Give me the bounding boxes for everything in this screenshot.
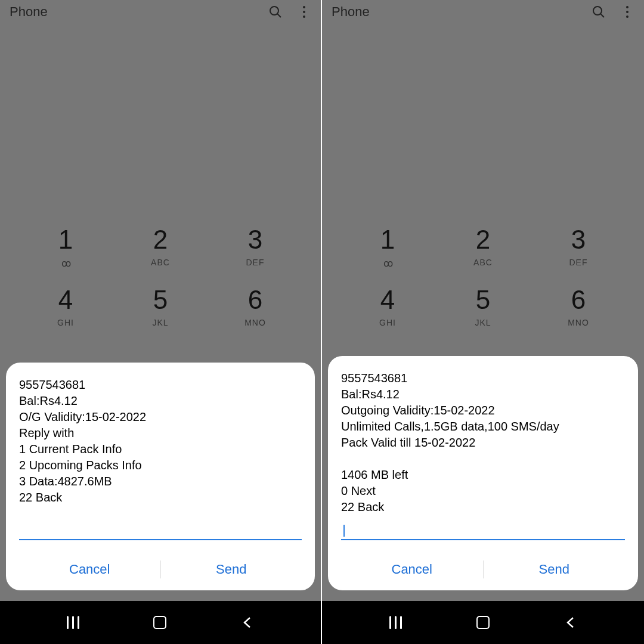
svg-line-1 [277, 14, 281, 17]
search-icon[interactable] [268, 5, 283, 19]
dial-key-2[interactable]: 2ABC [125, 227, 196, 269]
home-button[interactable] [153, 616, 166, 629]
back-button[interactable] [564, 616, 577, 629]
dialpad: 1ꝏ 2ABC 3DEF 4GHI 5JKL 6MNO [322, 227, 644, 345]
dial-key-6[interactable]: 6MNO [219, 287, 291, 327]
svg-point-3 [303, 11, 305, 13]
ussd-message: 9557543681 Bal:Rs4.12 Outgoing Validity:… [341, 370, 625, 515]
app-title: Phone [10, 4, 268, 20]
top-bar-actions [592, 5, 634, 19]
ussd-input-wrap [341, 524, 625, 540]
dial-key-3[interactable]: 3DEF [219, 227, 291, 269]
ussd-actions: Cancel Send [19, 558, 302, 581]
svg-point-7 [626, 6, 628, 8]
dial-key-1[interactable]: 1ꝏ [30, 227, 101, 269]
svg-point-5 [593, 7, 602, 15]
voicemail-icon: ꝏ [30, 258, 101, 269]
system-nav-bar [0, 601, 321, 644]
top-bar-actions [268, 5, 311, 19]
dialpad: 1ꝏ 2ABC 3DEF 4GHI 5JKL 6MNO [0, 227, 321, 345]
svg-point-8 [626, 11, 628, 13]
ussd-input-wrap [19, 524, 302, 540]
voicemail-icon: ꝏ [352, 258, 423, 269]
menu-icon[interactable] [297, 5, 311, 19]
app-top-bar: Phone [322, 0, 644, 24]
ussd-actions: Cancel Send [341, 558, 625, 581]
ussd-dialog: 9557543681 Bal:Rs4.12 Outgoing Validity:… [328, 356, 638, 590]
svg-point-9 [626, 16, 628, 18]
dial-key-3[interactable]: 3DEF [543, 227, 614, 269]
recents-button[interactable] [389, 616, 402, 629]
dial-key-2[interactable]: 2ABC [447, 227, 519, 269]
ussd-reply-input[interactable] [19, 524, 302, 540]
dial-key-5[interactable]: 5JKL [125, 287, 196, 327]
search-icon[interactable] [592, 5, 606, 19]
ussd-dialog: 9557543681 Bal:Rs4.12 O/G Validity:15-02… [6, 363, 315, 590]
recents-button[interactable] [67, 616, 79, 629]
svg-point-2 [303, 6, 305, 8]
dial-key-6[interactable]: 6MNO [543, 287, 614, 327]
cancel-button[interactable]: Cancel [19, 558, 160, 581]
dial-key-5[interactable]: 5JKL [447, 287, 519, 327]
svg-line-6 [600, 14, 604, 17]
cancel-button[interactable]: Cancel [341, 558, 483, 581]
phone-screen-left: Phone 1ꝏ 2ABC 3DEF 4GHI 5JKL 6MNO [0, 0, 322, 644]
back-button[interactable] [241, 616, 254, 629]
app-title: Phone [332, 4, 592, 20]
dial-key-1[interactable]: 1ꝏ [352, 227, 423, 269]
dial-key-4[interactable]: 4GHI [30, 287, 101, 327]
system-nav-bar [322, 601, 644, 644]
ussd-message: 9557543681 Bal:Rs4.12 O/G Validity:15-02… [19, 377, 302, 506]
send-button[interactable]: Send [484, 558, 626, 581]
app-top-bar: Phone [0, 0, 321, 24]
dial-key-4[interactable]: 4GHI [352, 287, 423, 327]
ussd-reply-input[interactable] [341, 524, 625, 540]
home-button[interactable] [476, 616, 490, 629]
text-cursor [343, 525, 345, 537]
svg-point-0 [270, 7, 278, 15]
menu-icon[interactable] [620, 5, 634, 19]
svg-point-4 [303, 16, 305, 18]
send-button[interactable]: Send [161, 558, 302, 581]
phone-screen-right: Phone 1ꝏ 2ABC 3DEF 4GHI 5JKL 6MNO [322, 0, 644, 644]
